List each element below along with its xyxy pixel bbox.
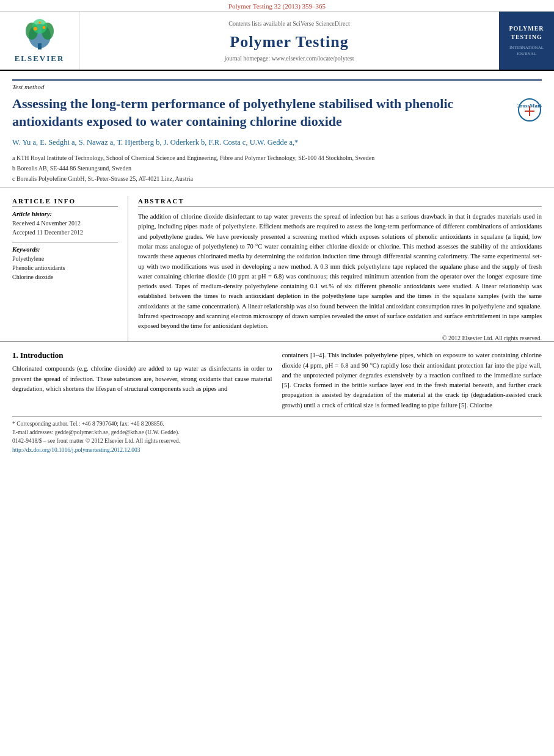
svg-point-6 [42, 26, 45, 29]
title-crossmark-area: Assessing the long-term performance of p… [12, 95, 542, 187]
elsevier-logo-area: ELSEVIER [0, 12, 79, 70]
footnote-doi[interactable]: http://dx.doi.org/10.1016/j.polymertesti… [12, 446, 542, 454]
footnote-email: E-mail addresses: gedde@polymer.kth.se, … [12, 428, 542, 437]
badge-line2: TESTING [511, 34, 542, 40]
article-info-header: ARTICLE INFO [12, 197, 118, 207]
article-info-abstract: ARTICLE INFO Article history: Received 4… [0, 187, 554, 341]
abstract-text: The addition of chlorine dioxide disinfe… [138, 212, 542, 331]
sciverse-text: Contents lists available at SciVerse Sci… [228, 20, 350, 27]
affiliation-c: c Borealis Polyolefine GmbH, St.-Peter-S… [12, 174, 476, 183]
body-section: 1. Introduction Chlorinated compounds (e… [0, 341, 554, 410]
journal-reference: Polymer Testing 32 (2013) 359–365 [0, 0, 554, 12]
journal-header: ELSEVIER Contents lists available at Sci… [0, 12, 554, 71]
journal-badge: POLYMER TESTING INTERNATIONAL JOURNAL [499, 12, 554, 70]
affiliations: a KTH Royal Institute of Technology, Sch… [12, 153, 476, 183]
article-info-col: ARTICLE INFO Article history: Received 4… [12, 196, 128, 341]
badge-text: POLYMER TESTING [509, 24, 544, 42]
badge-subtitle: INTERNATIONAL JOURNAL [503, 45, 550, 56]
footnote-issn: 0142-9418/$ – see front matter © 2012 El… [12, 437, 542, 445]
intro-right-text: containers [1–4]. This includes polyethy… [282, 351, 542, 410]
intro-left-text: Chlorinated compounds (e.g. chlorine dio… [12, 364, 272, 394]
received-date: Received 4 November 2012 [12, 219, 118, 228]
keyword-1: Polyethylene [12, 254, 118, 263]
accepted-date: Accepted 11 December 2012 [12, 228, 118, 237]
article-history: Article history: Received 4 November 201… [12, 211, 118, 237]
badge-sub-text: INTERNATIONAL JOURNAL [509, 45, 544, 56]
article-title-section: Test method Assessing the long-term perf… [0, 71, 554, 187]
divider [12, 242, 118, 242]
doi-link[interactable]: http://dx.doi.org/10.1016/j.polymertesti… [12, 447, 140, 453]
keywords-label: Keywords: [12, 246, 118, 253]
body-col-right: containers [1–4]. This includes polyethy… [282, 351, 542, 410]
title-authors-block: Assessing the long-term performance of p… [12, 95, 476, 187]
authors: W. Yu a, E. Sedghi a, S. Nawaz a, T. Hje… [12, 136, 476, 148]
keyword-3: Chlorine dioxide [12, 272, 118, 282]
badge-line1: POLYMER [509, 25, 544, 32]
sciverse-line: Contents lists available at SciVerse Sci… [228, 20, 350, 27]
svg-point-7 [38, 21, 41, 24]
introduction-heading: 1. Introduction [12, 351, 272, 360]
keywords-section: Keywords: Polyethylene Phenolic antioxid… [12, 246, 118, 282]
affiliation-b: b Borealis AB, SE-444 86 Stenungsund, Sw… [12, 164, 476, 173]
journal-center-header: Contents lists available at SciVerse Sci… [79, 12, 499, 70]
article-title: Assessing the long-term performance of p… [12, 95, 476, 130]
section-label: Test method [12, 79, 542, 90]
journal-homepage: journal homepage: www.elsevier.com/locat… [224, 55, 354, 62]
elsevier-logo: ELSEVIER [15, 18, 65, 64]
body-col-left: 1. Introduction Chlorinated compounds (e… [12, 351, 272, 410]
journal-title: Polymer Testing [230, 33, 348, 51]
crossmark-icon: CrossMark [517, 98, 542, 122]
keyword-2: Phenolic antioxidants [12, 263, 118, 272]
copyright: © 2012 Elsevier Ltd. All rights reserved… [138, 335, 542, 341]
footnotes: * Corresponding author. Tel.: +46 8 7907… [12, 416, 542, 454]
footnote-corresponding: * Corresponding author. Tel.: +46 8 7907… [12, 420, 542, 428]
abstract-col: ABSTRACT The addition of chlorine dioxid… [128, 196, 542, 341]
affiliation-a: a KTH Royal Institute of Technology, Sch… [12, 153, 476, 162]
elsevier-tree-icon [18, 18, 61, 51]
elsevier-name: ELSEVIER [15, 54, 65, 64]
abstract-body: The addition of chlorine dioxide disinfe… [138, 212, 542, 331]
abstract-header: ABSTRACT [138, 197, 542, 207]
svg-point-5 [34, 27, 37, 31]
history-label: Article history: [12, 211, 118, 217]
crossmark-area: CrossMark [511, 95, 542, 125]
journal-ref-text: Polymer Testing 32 (2013) 359–365 [228, 2, 326, 10]
